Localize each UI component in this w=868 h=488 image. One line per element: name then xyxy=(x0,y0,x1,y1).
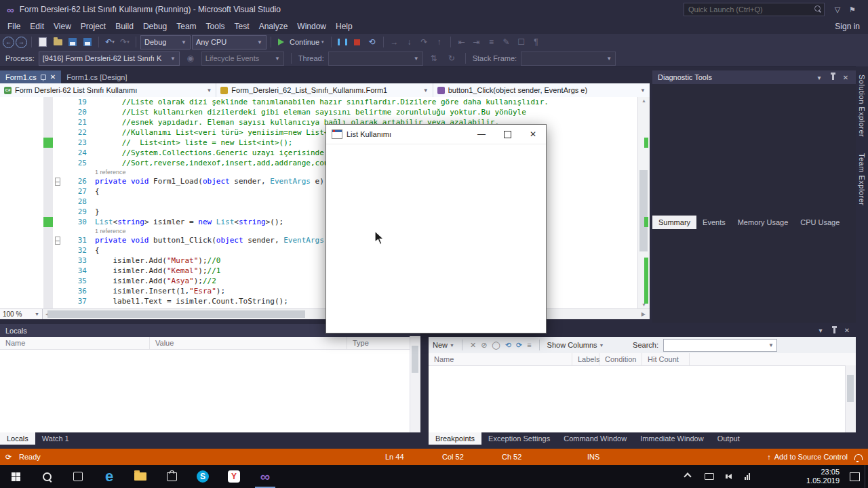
tab-output[interactable]: Output xyxy=(711,432,747,445)
touch-keyboard-icon[interactable] xyxy=(701,465,717,488)
menu-project[interactable]: Project xyxy=(76,22,111,31)
codelens-reference[interactable]: 1 reference xyxy=(0,168,650,176)
minimize-button[interactable]: — xyxy=(469,125,494,144)
codelens-reference[interactable]: 1 reference xyxy=(0,227,650,235)
menu-build[interactable]: Build xyxy=(111,22,138,31)
member-dropdown[interactable]: button1_Click(object sender, EventArgs e… xyxy=(433,83,650,97)
navigate-forward-icon[interactable]: → xyxy=(16,37,27,48)
delete-breakpoint-icon[interactable]: ✕ xyxy=(470,341,476,350)
feedback-icon[interactable]: ▽ xyxy=(831,3,844,16)
scroll-up-icon[interactable]: ▲ xyxy=(638,98,650,103)
menu-window[interactable]: Window xyxy=(292,22,331,31)
undo-icon[interactable]: ↶▾ xyxy=(103,35,117,49)
break-all-icon[interactable] xyxy=(336,35,349,49)
taskbar-store-button[interactable] xyxy=(156,465,187,488)
editor-vertical-scrollbar[interactable]: ▲ ▼ xyxy=(637,97,650,308)
menu-file[interactable]: File xyxy=(3,22,25,31)
menu-test[interactable]: Test xyxy=(230,22,254,31)
bookmark-icon[interactable]: ☐ xyxy=(515,35,528,49)
add-to-source-control-button[interactable]: ↑ Add to Source Control xyxy=(767,449,848,465)
sign-in-link[interactable]: Sign in xyxy=(835,22,860,31)
volume-icon[interactable] xyxy=(720,465,736,488)
tab-breakpoints[interactable]: Breakpoints xyxy=(429,432,481,445)
taskbar-skype-button[interactable]: S xyxy=(187,465,218,488)
zoom-dropdown[interactable]: 100 %▼ xyxy=(0,309,43,319)
indent-decrease-icon[interactable]: ⇤ xyxy=(455,35,469,49)
tab-command-window[interactable]: Command Window xyxy=(557,432,633,445)
column-name[interactable]: Name xyxy=(0,337,150,349)
breakpoints-search-input[interactable]: ▼ xyxy=(663,339,777,352)
open-file-icon[interactable] xyxy=(51,35,64,49)
column-condition[interactable]: Condition xyxy=(599,353,642,365)
show-columns-button[interactable]: Show Columns▼ xyxy=(547,341,604,349)
type-dropdown[interactable]: Form_Dersleri_62_List_Sınıfı_Kullanımı.F… xyxy=(216,83,433,97)
delete-all-breakpoints-icon[interactable]: ⊘ xyxy=(481,341,487,350)
refresh-threads-icon[interactable]: ↻ xyxy=(445,52,458,65)
thread-navigation-icon[interactable]: ⇅ xyxy=(427,52,441,65)
column-name[interactable]: Name xyxy=(429,353,572,365)
close-button[interactable]: ✕ xyxy=(520,125,546,144)
taskbar-visual-studio-button[interactable]: ∞ xyxy=(250,465,281,488)
close-icon[interactable]: ✕ xyxy=(842,327,852,334)
close-icon[interactable]: ✕ xyxy=(841,74,850,81)
find-icon[interactable]: ¶ xyxy=(530,35,543,49)
new-breakpoint-button[interactable]: New▼ xyxy=(433,341,454,349)
sidebar-tab-team-explorer[interactable]: Team Explorer xyxy=(858,153,866,205)
column-hit-count[interactable]: Hit Count xyxy=(642,353,690,365)
stack-frame-dropdown[interactable]: ▼ xyxy=(521,52,616,66)
form-title-bar[interactable]: List Kullanımı — ✕ xyxy=(326,125,546,144)
save-all-icon[interactable] xyxy=(81,35,94,49)
process-dropdown[interactable]: [9416] Form Dersleri-62 List Sınıfı K▼ xyxy=(39,52,180,66)
show-desktop-button[interactable] xyxy=(865,465,868,488)
scrollbar-thumb[interactable] xyxy=(639,170,648,251)
notifications-bell-icon[interactable] xyxy=(854,449,863,465)
menu-view[interactable]: View xyxy=(49,22,76,31)
column-value[interactable]: Value xyxy=(150,337,347,349)
sidebar-tab-solution-explorer[interactable]: Solution Explorer xyxy=(858,75,866,137)
column-type[interactable]: Type xyxy=(347,337,418,349)
import-breakpoints-icon[interactable]: ⟳ xyxy=(516,341,522,350)
menu-edit[interactable]: Edit xyxy=(25,22,49,31)
scrollbar-thumb[interactable] xyxy=(47,310,305,318)
continue-button[interactable]: Continue ▾ xyxy=(275,38,327,46)
tab-locals[interactable]: Locals xyxy=(0,432,35,445)
pin-icon[interactable] xyxy=(41,75,46,80)
column-labels[interactable]: Labels xyxy=(572,353,599,365)
new-file-icon[interactable] xyxy=(36,35,50,49)
export-breakpoints-icon[interactable]: ⟲ xyxy=(505,341,511,350)
pin-icon[interactable] xyxy=(832,75,834,80)
indent-increase-icon[interactable]: ⇥ xyxy=(470,35,484,49)
taskbar-clock[interactable]: 23:05 1.05.2019 xyxy=(806,465,840,488)
code-editor[interactable]: 19 //Liste olarak dizi şeklinde tanımlan… xyxy=(0,97,650,308)
menu-debug[interactable]: Debug xyxy=(138,22,172,31)
diagnostic-tools-title-bar[interactable]: Diagnostic Tools ▾ ✕ xyxy=(652,70,856,84)
tab-summary[interactable]: Summary xyxy=(652,216,696,229)
comment-icon[interactable]: ≡ xyxy=(485,35,498,49)
locals-scrollbar[interactable] xyxy=(410,336,420,432)
fold-collapse-icon[interactable]: – xyxy=(55,178,60,186)
menu-help[interactable]: Help xyxy=(331,22,357,31)
solution-platforms-dropdown[interactable]: Any CPU▼ xyxy=(192,35,267,49)
solution-configurations-dropdown[interactable]: Debug▼ xyxy=(140,35,191,49)
window-position-icon[interactable]: ▾ xyxy=(816,327,825,334)
redo-icon[interactable]: ↷▾ xyxy=(118,35,132,49)
step-out-icon[interactable]: ↑ xyxy=(433,35,446,49)
list-kullanimi-form-window[interactable]: List Kullanımı — ✕ xyxy=(326,124,547,333)
lifecycle-events-dropdown[interactable]: Lifecycle Events▼ xyxy=(201,52,284,66)
step-over-icon[interactable]: ↷ xyxy=(418,35,431,49)
tab-events[interactable]: Events xyxy=(696,216,732,229)
tab-form1-cs-design[interactable]: Form1.cs [Design] xyxy=(61,70,132,83)
go-to-source-icon[interactable]: ≡ xyxy=(527,341,531,349)
tab-exception-settings[interactable]: Exception Settings xyxy=(481,432,557,445)
taskbar-yandex-button[interactable]: Y xyxy=(218,465,250,488)
restart-icon[interactable]: ⟲ xyxy=(366,35,379,49)
tab-watch-1[interactable]: Watch 1 xyxy=(35,432,76,445)
navigate-back-icon[interactable]: ← xyxy=(3,37,14,48)
tab-cpu-usage[interactable]: CPU Usage xyxy=(794,216,846,229)
scroll-right-icon[interactable]: ▶ xyxy=(639,311,648,317)
save-icon[interactable] xyxy=(66,35,79,49)
action-center-button[interactable] xyxy=(846,465,863,488)
show-next-statement-icon[interactable]: → xyxy=(388,35,401,49)
form-client-area[interactable] xyxy=(326,144,546,333)
quick-launch[interactable] xyxy=(684,3,825,16)
